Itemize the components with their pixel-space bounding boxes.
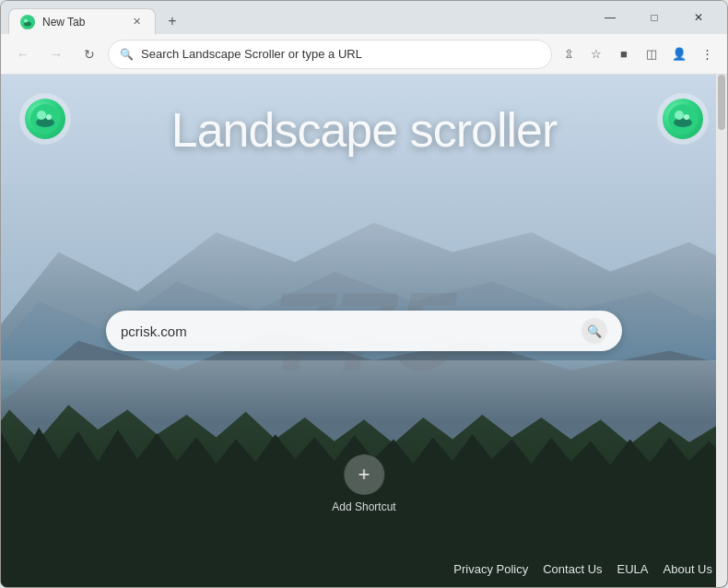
share-button[interactable]: ⇫	[556, 41, 581, 67]
close-icon	[694, 11, 703, 24]
titlebar: New Tab ✕ +	[1, 1, 727, 34]
tab-title: New Tab	[42, 16, 122, 29]
search-box: 🔍	[106, 311, 622, 351]
minimize-icon	[605, 11, 616, 24]
toolbar-actions: ⇫ ☆ ■ ◫ 👤 ⋮	[556, 41, 720, 67]
cast-button[interactable]: ◫	[639, 41, 664, 67]
address-text: Search Landscape Scroller or type a URL	[141, 47, 540, 61]
svg-point-13	[46, 114, 52, 120]
svg-point-16	[675, 111, 684, 120]
search-input[interactable]	[121, 323, 574, 339]
footer-links: Privacy Policy Contact Us EULA About Us	[453, 562, 712, 576]
scrollbar[interactable]	[716, 75, 727, 587]
contact-us-link[interactable]: Contact Us	[543, 562, 602, 576]
forward-button[interactable]: →	[41, 40, 71, 69]
menu-button[interactable]: ⋮	[694, 41, 720, 67]
profile-button[interactable]: 👤	[666, 41, 692, 67]
tab-favicon	[20, 15, 35, 29]
maximize-button[interactable]	[633, 3, 675, 32]
tab-area: New Tab ✕ +	[8, 1, 589, 34]
main-content: 775 La	[1, 75, 727, 587]
about-us-link[interactable]: About Us	[663, 562, 712, 576]
bookmark-button[interactable]: ☆	[583, 41, 609, 67]
tab-close-button[interactable]: ✕	[129, 15, 144, 29]
svg-point-17	[684, 114, 689, 120]
add-shortcut-label: Add Shortcut	[332, 500, 395, 513]
svg-point-15	[674, 118, 692, 127]
minimize-button[interactable]	[589, 3, 631, 32]
search-button[interactable]: 🔍	[581, 318, 607, 344]
new-tab-button[interactable]: +	[159, 8, 185, 34]
logo-circle-left	[25, 99, 65, 139]
search-container: 🔍	[106, 311, 622, 351]
add-shortcut[interactable]: + Add Shortcut	[332, 454, 395, 513]
page-title: Landscape scroller	[171, 102, 557, 158]
logo-topleft	[19, 93, 71, 145]
logo-circle-right	[663, 99, 703, 139]
back-button[interactable]: ←	[8, 40, 38, 69]
address-bar[interactable]: 🔍 Search Landscape Scroller or type a UR…	[108, 40, 552, 69]
svg-point-12	[37, 111, 46, 120]
active-tab[interactable]: New Tab ✕	[8, 8, 156, 34]
add-shortcut-icon: +	[344, 454, 384, 495]
scrollbar-thumb[interactable]	[718, 75, 725, 130]
svg-rect-7	[1, 360, 727, 419]
svg-point-11	[36, 118, 54, 127]
reload-button[interactable]: ↻	[75, 40, 104, 69]
toolbar: ← → ↻ 🔍 Search Landscape Scroller or typ…	[1, 34, 727, 75]
window-controls	[589, 3, 720, 32]
close-button[interactable]	[677, 3, 720, 32]
logo-topright	[657, 93, 709, 145]
browser-window: New Tab ✕ + ← → ↻ 🔍 Search Landscape Scr…	[0, 0, 728, 588]
privacy-policy-link[interactable]: Privacy Policy	[453, 562, 528, 576]
search-icon: 🔍	[120, 48, 134, 61]
svg-point-2	[24, 18, 28, 22]
maximize-icon	[651, 11, 657, 24]
extensions-button[interactable]: ■	[611, 41, 637, 67]
eula-link[interactable]: EULA	[617, 562, 649, 576]
